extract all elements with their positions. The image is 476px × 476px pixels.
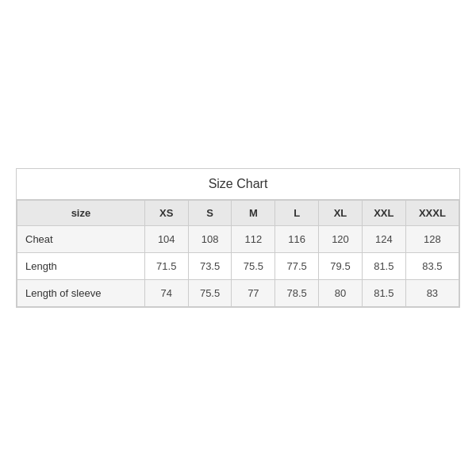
table-row: Cheat104108112116120124128 <box>17 226 459 253</box>
table-row: Length71.573.575.577.579.581.583.5 <box>17 253 459 280</box>
row-2-col-0: 74 <box>144 280 188 307</box>
row-1-col-5: 81.5 <box>362 253 405 280</box>
header-col-2: S <box>188 201 232 226</box>
table-body: Cheat104108112116120124128Length71.573.5… <box>17 226 459 307</box>
header-col-7: XXXL <box>405 201 459 226</box>
row-2-col-4: 80 <box>319 280 363 307</box>
chart-title: Size Chart <box>17 169 459 200</box>
table-header-row: sizeXSSMLXLXXLXXXL <box>17 201 459 226</box>
row-0-col-2: 112 <box>232 226 275 253</box>
row-1-col-1: 73.5 <box>188 253 232 280</box>
header-col-5: XL <box>319 201 363 226</box>
row-1-col-0: 71.5 <box>144 253 188 280</box>
row-2-col-5: 81.5 <box>362 280 405 307</box>
row-2-col-6: 83 <box>405 280 459 307</box>
row-0-col-5: 124 <box>362 226 405 253</box>
row-1-label: Length <box>17 253 145 280</box>
row-0-col-3: 116 <box>275 226 319 253</box>
row-1-col-6: 83.5 <box>405 253 459 280</box>
row-1-col-2: 75.5 <box>232 253 275 280</box>
table-row: Length of sleeve7475.57778.58081.583 <box>17 280 459 307</box>
header-col-4: L <box>275 201 319 226</box>
row-0-col-4: 120 <box>319 226 363 253</box>
size-chart-table: sizeXSSMLXLXXLXXXL Cheat1041081121161201… <box>17 200 459 307</box>
row-1-col-4: 79.5 <box>319 253 363 280</box>
row-2-col-1: 75.5 <box>188 280 232 307</box>
row-0-label: Cheat <box>17 226 145 253</box>
row-2-col-2: 77 <box>232 280 275 307</box>
row-2-label: Length of sleeve <box>17 280 145 307</box>
header-col-6: XXL <box>362 201 405 226</box>
row-0-col-1: 108 <box>188 226 232 253</box>
header-col-0: size <box>17 201 145 226</box>
row-1-col-3: 77.5 <box>275 253 319 280</box>
row-2-col-3: 78.5 <box>275 280 319 307</box>
row-0-col-0: 104 <box>144 226 188 253</box>
size-chart-container: Size Chart sizeXSSMLXLXXLXXXL Cheat10410… <box>16 168 460 308</box>
row-0-col-6: 128 <box>405 226 459 253</box>
header-col-1: XS <box>144 201 188 226</box>
header-col-3: M <box>232 201 275 226</box>
